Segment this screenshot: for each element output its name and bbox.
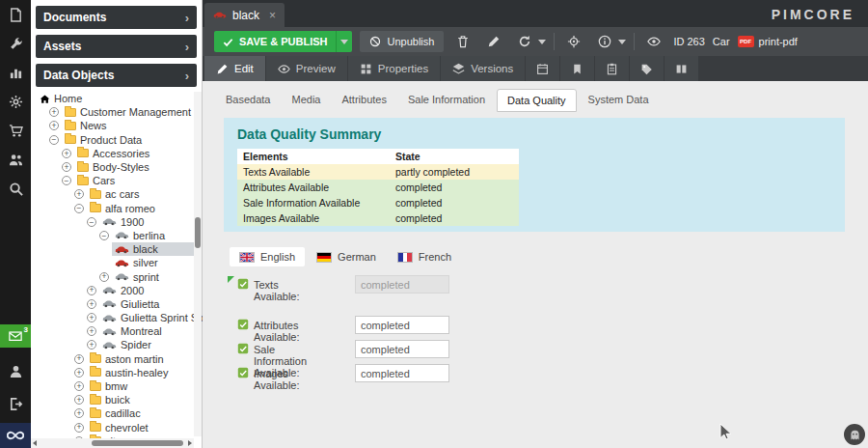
expander-icon[interactable] (74, 381, 84, 391)
accordion-assets[interactable]: Assets (36, 35, 197, 58)
tree-item[interactable]: bmw (31, 379, 202, 393)
tree-item[interactable]: chevrolet (31, 421, 202, 434)
expander-icon[interactable] (62, 162, 71, 172)
tree-item[interactable]: alfa romeo (31, 202, 202, 215)
tab-notes[interactable] (595, 56, 629, 81)
tree-item[interactable]: News (31, 119, 202, 132)
expander-icon[interactable] (49, 135, 59, 145)
tree-item[interactable]: sprint (31, 269, 202, 283)
search-icon[interactable] (0, 174, 31, 203)
tab-dependencies[interactable] (560, 56, 594, 81)
reports-icon[interactable] (0, 58, 31, 87)
accordion-documents[interactable]: Documents (36, 6, 197, 29)
close-icon[interactable] (269, 9, 276, 22)
tree-vertical-scrollbar[interactable] (194, 92, 202, 436)
profile-icon[interactable] (0, 356, 31, 385)
expander-icon[interactable] (87, 217, 96, 227)
documents-icon[interactable] (0, 0, 31, 29)
tab-media[interactable]: Media (282, 89, 330, 112)
lang-tab-german[interactable]: German (307, 247, 386, 266)
scroll-left-icon[interactable] (33, 440, 37, 446)
tree-item[interactable]: berlina (31, 229, 202, 242)
expander-icon[interactable] (74, 368, 84, 378)
tab-tags[interactable] (630, 56, 664, 81)
tree-item[interactable]: Giulietta (31, 297, 202, 311)
save-options-caret[interactable] (336, 31, 352, 52)
print-pdf-button[interactable]: print-pdf (738, 36, 798, 47)
tree-item[interactable]: 2000 (31, 284, 202, 297)
tree-item[interactable]: silver (31, 256, 202, 269)
tree-item[interactable]: Spider (31, 338, 202, 351)
expander-icon[interactable] (87, 286, 96, 295)
users-icon[interactable] (0, 145, 31, 174)
sale-information-available-input[interactable] (355, 340, 449, 358)
attributes-available-input[interactable] (355, 316, 449, 334)
tree-item[interactable]: Home (31, 92, 202, 105)
tree-item[interactable]: Accessories (31, 147, 202, 160)
images-available-input[interactable] (355, 364, 449, 382)
scroll-right-icon[interactable] (188, 440, 192, 446)
tree-item[interactable]: 1900 (31, 215, 202, 229)
tree-horizontal-scrollbar[interactable] (31, 438, 194, 448)
debug-ghost-button[interactable] (844, 424, 865, 445)
tree-item[interactable]: Cars (31, 174, 202, 187)
expander-icon[interactable] (87, 313, 96, 322)
tree-item[interactable]: Product Data (31, 133, 202, 147)
expander-icon[interactable] (99, 272, 109, 282)
scrollbar-thumb[interactable] (195, 217, 201, 248)
accordion-data-objects[interactable]: Data Objects (36, 64, 197, 87)
expander-icon[interactable] (74, 395, 84, 405)
logout-icon[interactable] (0, 389, 31, 418)
tab-preview[interactable]: Preview (266, 56, 347, 81)
tab-edit[interactable]: Edit (204, 56, 265, 81)
tree-item[interactable]: Body-Styles (31, 160, 202, 174)
notifications-button[interactable]: 3 (0, 324, 31, 348)
expander-icon[interactable] (74, 189, 84, 199)
info-button[interactable] (593, 31, 616, 52)
tab-reports[interactable] (665, 56, 698, 81)
tab-black[interactable]: black (204, 3, 285, 27)
tab-system-data[interactable]: System Data (579, 89, 659, 112)
tab-data-quality[interactable]: Data Quality (497, 89, 577, 112)
expander-icon[interactable] (87, 326, 96, 336)
expander-icon[interactable] (62, 149, 71, 158)
tab-properties[interactable]: Properties (348, 56, 440, 81)
expander-icon[interactable] (74, 408, 84, 418)
delete-button[interactable] (451, 31, 475, 52)
expander-icon[interactable] (74, 354, 84, 364)
reload-button[interactable] (513, 31, 536, 52)
chevron-down-icon[interactable] (618, 40, 626, 44)
expander-icon[interactable] (74, 423, 84, 433)
tree-item[interactable]: ac cars (31, 187, 202, 201)
expander-icon[interactable] (87, 340, 96, 350)
settings-icon[interactable] (0, 87, 31, 116)
tab-versions[interactable]: Versions (441, 56, 525, 81)
lang-tab-french[interactable]: French (388, 247, 461, 266)
tree-item[interactable]: buick (31, 393, 202, 406)
tree-item[interactable]: aston martin (31, 352, 202, 366)
tab-schedule[interactable] (526, 56, 559, 81)
tree-item[interactable]: Montreal (31, 324, 202, 338)
expander-icon[interactable] (87, 299, 96, 309)
tree-item-black[interactable]: black (31, 242, 202, 256)
expander-icon[interactable] (74, 204, 84, 213)
tab-basedata[interactable]: Basedata (216, 89, 280, 112)
tree-item[interactable]: Customer Management (31, 105, 202, 119)
expander-icon[interactable] (49, 107, 59, 117)
open-preview-button[interactable] (642, 31, 665, 52)
rename-button[interactable] (482, 31, 505, 52)
expander-icon[interactable] (49, 121, 59, 130)
unpublish-button[interactable]: Unpublish (360, 31, 444, 52)
chevron-down-icon[interactable] (538, 40, 546, 44)
expander-icon[interactable] (99, 231, 109, 240)
expander-icon[interactable] (62, 176, 71, 185)
tree-item[interactable]: Gulietta Sprint Specia... (31, 311, 202, 324)
tab-attributes[interactable]: Attributes (332, 89, 395, 112)
tree-item[interactable]: austin-healey (31, 366, 202, 379)
locate-in-tree-button[interactable] (562, 31, 585, 52)
tree-item[interactable]: cadillac (31, 406, 202, 420)
lang-tab-english[interactable]: English (230, 247, 305, 266)
save-publish-button[interactable]: SAVE & PUBLISH (214, 31, 352, 52)
tab-sale-information[interactable]: Sale Information (398, 89, 495, 112)
tools-icon[interactable] (0, 29, 31, 58)
